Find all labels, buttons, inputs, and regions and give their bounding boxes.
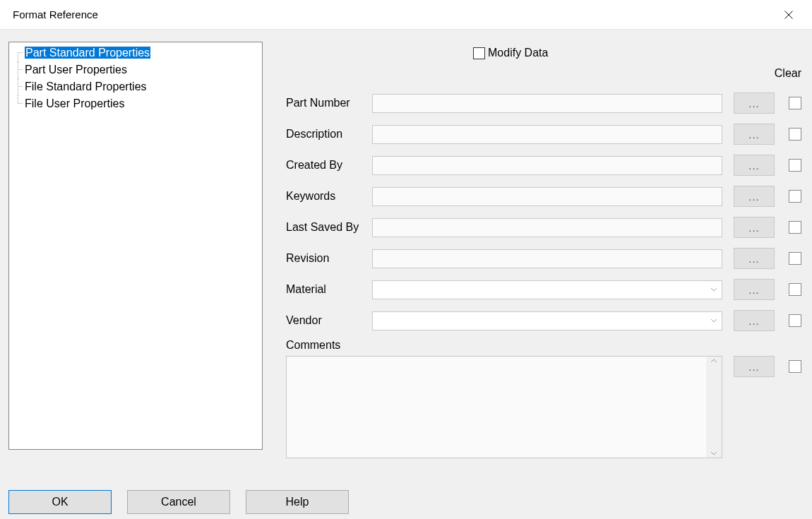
- tree-item-label: Part User Properties: [25, 64, 127, 76]
- chevron-down-icon: [710, 318, 717, 323]
- field-row: Description ...: [286, 119, 801, 150]
- browse-button[interactable]: ...: [734, 310, 775, 331]
- clear-checkbox[interactable]: [789, 360, 801, 373]
- browse-button[interactable]: ...: [734, 356, 775, 377]
- field-label: Part Number: [286, 97, 372, 109]
- field-row: Part Number ...: [286, 88, 801, 119]
- comments-box: [286, 356, 722, 458]
- field-label: Vendor: [286, 314, 372, 327]
- tree-item-label: Part Standard Properties: [25, 47, 150, 59]
- window-title: Format Reference: [13, 8, 98, 20]
- tree-panel: Part Standard Properties Part User Prope…: [8, 42, 263, 450]
- browse-button[interactable]: ...: [734, 93, 775, 114]
- tree-item-file-user[interactable]: File User Properties: [11, 95, 261, 112]
- field-row: Revision ...: [286, 243, 801, 274]
- last-saved-by-input[interactable]: [372, 218, 722, 237]
- field-row: Created By ...: [286, 150, 801, 181]
- chevron-down-icon: [710, 451, 717, 455]
- clear-checkbox[interactable]: [789, 97, 801, 109]
- field-row: Material ...: [286, 274, 801, 305]
- browse-button[interactable]: ...: [734, 248, 775, 269]
- comments-row: ...: [286, 356, 801, 458]
- tree-item-part-standard[interactable]: Part Standard Properties: [11, 44, 261, 61]
- part-number-input[interactable]: [372, 94, 722, 113]
- browse-button[interactable]: ...: [734, 186, 775, 207]
- material-combo[interactable]: [372, 280, 722, 299]
- comments-textarea[interactable]: [287, 357, 706, 458]
- browse-button[interactable]: ...: [734, 155, 775, 176]
- field-label: Last Saved By: [286, 221, 372, 234]
- clear-checkbox[interactable]: [789, 314, 801, 327]
- close-button[interactable]: [775, 4, 802, 25]
- client-area: Part Standard Properties Part User Prope…: [0, 30, 812, 519]
- clear-checkbox[interactable]: [789, 159, 801, 172]
- fields-area: Part Number ... Description ... Created …: [286, 88, 801, 458]
- keywords-input[interactable]: [372, 187, 722, 206]
- description-input[interactable]: [372, 125, 722, 144]
- browse-button[interactable]: ...: [734, 279, 775, 300]
- close-icon: [784, 11, 793, 19]
- field-label: Description: [286, 128, 372, 141]
- modify-data-label: Modify Data: [488, 47, 548, 59]
- created-by-input[interactable]: [372, 156, 722, 175]
- dialog-buttons: OK Cancel Help: [8, 490, 349, 514]
- tree-item-label: File User Properties: [25, 97, 124, 109]
- modify-data-checkbox[interactable]: [473, 47, 485, 59]
- field-row: Vendor ...: [286, 305, 801, 336]
- titlebar: Format Reference: [0, 0, 812, 30]
- ok-button[interactable]: OK: [8, 490, 112, 514]
- help-button[interactable]: Help: [246, 490, 349, 514]
- tree-item-file-standard[interactable]: File Standard Properties: [11, 78, 261, 95]
- field-label: Created By: [286, 159, 372, 172]
- browse-button[interactable]: ...: [734, 217, 775, 238]
- field-label: Material: [286, 283, 372, 296]
- chevron-up-icon: [710, 359, 717, 363]
- clear-checkbox[interactable]: [789, 283, 801, 296]
- cancel-button[interactable]: Cancel: [127, 490, 230, 514]
- tree-item-part-user[interactable]: Part User Properties: [11, 61, 261, 78]
- revision-input[interactable]: [372, 249, 722, 268]
- chevron-down-icon: [710, 287, 717, 292]
- tree-item-label: File Standard Properties: [25, 80, 147, 93]
- field-label: Keywords: [286, 190, 372, 203]
- field-row: Keywords ...: [286, 181, 801, 212]
- clear-checkbox[interactable]: [789, 128, 801, 141]
- field-row: Last Saved By ...: [286, 212, 801, 243]
- clear-checkbox[interactable]: [789, 190, 801, 203]
- modify-data-row: Modify Data: [473, 47, 548, 59]
- clear-header: Clear: [775, 67, 801, 80]
- clear-checkbox[interactable]: [789, 252, 801, 265]
- clear-checkbox[interactable]: [789, 221, 801, 234]
- vendor-combo[interactable]: [372, 311, 722, 330]
- comments-scrollbar[interactable]: [706, 357, 722, 458]
- field-label: Revision: [286, 252, 372, 265]
- comments-label: Comments: [286, 339, 801, 352]
- browse-button[interactable]: ...: [734, 124, 775, 145]
